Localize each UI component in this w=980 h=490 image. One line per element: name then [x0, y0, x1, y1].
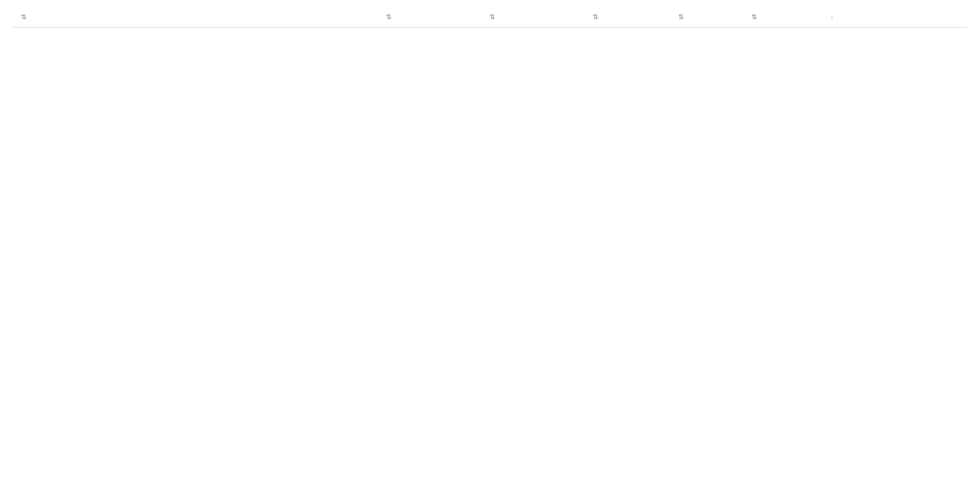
col-header-release[interactable]: ⇅: [377, 6, 481, 27]
sort-icon-release[interactable]: ⇅: [386, 13, 391, 21]
sort-icon-noise[interactable]: ⇅: [678, 13, 684, 21]
sort-icon-model[interactable]: ⇅: [21, 13, 26, 21]
sort-icon-algo[interactable]: ⇅: [751, 13, 757, 21]
col-header-power[interactable]: ⇅: [584, 6, 669, 27]
sort-icon-profitability[interactable]: ↓: [830, 13, 834, 21]
col-header-model[interactable]: ⇅: [12, 6, 377, 27]
col-header-algo[interactable]: ⇅: [743, 6, 822, 27]
col-header-hashrate[interactable]: ⇅: [481, 6, 584, 27]
sort-icon-power[interactable]: ⇅: [593, 13, 598, 21]
miners-table: ⇅ ⇅ ⇅ ⇅ ⇅: [12, 6, 968, 27]
table-header-row: ⇅ ⇅ ⇅ ⇅ ⇅: [12, 6, 968, 27]
sort-icon-hashrate[interactable]: ⇅: [489, 13, 495, 21]
col-header-profitability[interactable]: ↓: [822, 6, 968, 27]
main-container: ⇅ ⇅ ⇅ ⇅ ⇅: [0, 0, 980, 34]
col-header-noise[interactable]: ⇅: [670, 6, 743, 27]
